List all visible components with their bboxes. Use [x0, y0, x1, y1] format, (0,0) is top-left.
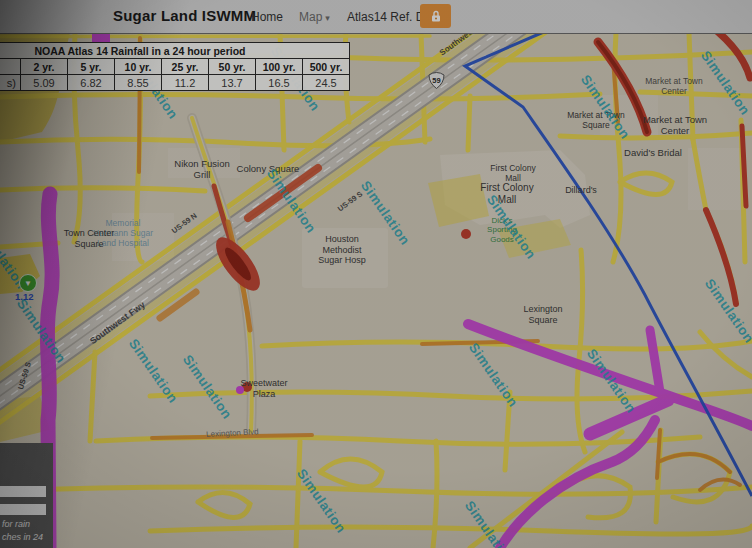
rainfall-col-5yr: 5 yr.	[68, 59, 115, 75]
rainfall-row-label: s)	[0, 75, 21, 91]
rainfall-value-10yr: 8.55	[115, 75, 162, 91]
rainfall-value-500yr: 24.5	[303, 75, 350, 91]
legend-text: ches in 24	[2, 532, 43, 542]
chevron-down-icon: ▾	[325, 13, 330, 23]
legend-swatch	[0, 504, 46, 515]
app-screen: Nikon Fusion Grill Colony Square Memoria…	[0, 0, 752, 548]
rainfall-value-5yr: 6.82	[68, 75, 115, 91]
lock-icon	[430, 10, 442, 23]
rainfall-value-50yr: 13.7	[209, 75, 256, 91]
rainfall-col-500yr: 500 yr.	[303, 59, 350, 75]
rainfall-value-25yr: 11.2	[162, 75, 209, 91]
rainfall-col-10yr: 10 yr.	[115, 59, 162, 75]
rainfall-col-100yr: 100 yr.	[256, 59, 303, 75]
legend-panel: for rain ches in 24	[0, 443, 53, 548]
rainfall-table: NOAA Atlas 14 Rainfall in a 24 hour peri…	[0, 42, 350, 91]
rainfall-col-25yr: 25 yr.	[162, 59, 209, 75]
rainfall-table-title: NOAA Atlas 14 Rainfall in a 24 hour peri…	[0, 43, 350, 59]
us59-route-shield-icon: 59	[428, 72, 445, 90]
map-marker[interactable]: ▼	[19, 274, 37, 292]
rainfall-col-2yr: 2 yr.	[21, 59, 68, 75]
legend-swatch	[0, 486, 46, 497]
legend-text: for rain	[2, 519, 30, 529]
map-marker-value: 1.12	[15, 291, 34, 302]
app-title: Sugar Land ISWMM	[113, 7, 256, 24]
lock-button[interactable]	[420, 4, 451, 28]
down-arrow-icon: ▼	[24, 280, 32, 288]
header-bar: Sugar Land ISWMM Home Map▾ Atlas14 Ref. …	[0, 0, 752, 34]
rainfall-value-100yr: 16.5	[256, 75, 303, 91]
nav-item-home[interactable]: Home	[251, 10, 283, 24]
rainfall-value-2yr: 5.09	[21, 75, 68, 91]
nav-item-map[interactable]: Map▾	[299, 10, 330, 24]
rainfall-col-50yr: 50 yr.	[209, 59, 256, 75]
rainfall-col-label	[0, 59, 21, 75]
